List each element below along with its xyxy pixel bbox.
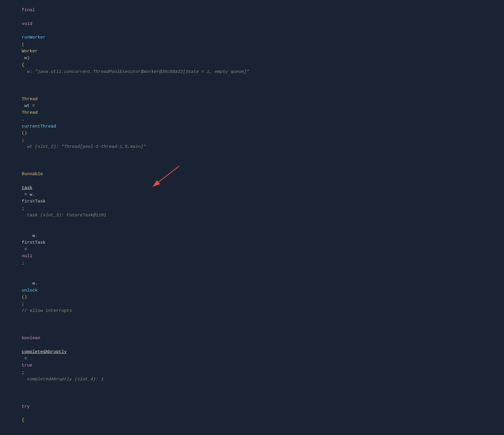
code-line-8: while ( task != null || ( task = getTask… bbox=[0, 431, 504, 435]
code-line-5: w. unlock () ; // allow interrupts bbox=[0, 273, 504, 321]
code-line-1: final void runWorker ( Worker w) { w: "j… bbox=[0, 0, 504, 82]
code-line-6: boolean completedAbruptly = true ; compl… bbox=[0, 321, 504, 390]
code-container: final void runWorker ( Worker w) { w: "j… bbox=[0, 0, 504, 435]
code-line-4: w. firstTask = null ; bbox=[0, 225, 504, 273]
code-line-3: Runnable task = w. firstTask ; task (slo… bbox=[0, 157, 504, 226]
code-line-7: try { bbox=[0, 389, 504, 431]
code-line-2: Thread wt = Thread . currentThread () ; … bbox=[0, 82, 504, 157]
